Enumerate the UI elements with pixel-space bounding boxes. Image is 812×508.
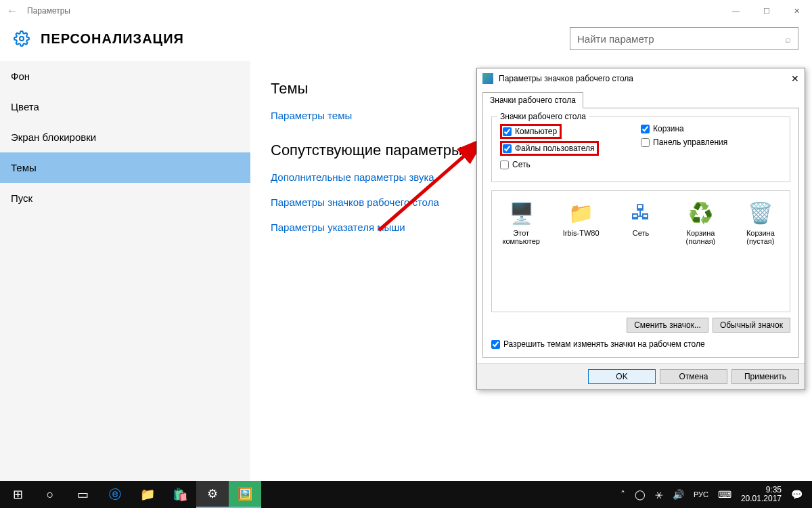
tab-desktop-icons[interactable]: Значки рабочего стола xyxy=(482,92,583,108)
fieldset-legend: Значки рабочего стола xyxy=(497,112,589,121)
explorer-icon[interactable]: 📁 xyxy=(131,481,164,508)
apply-button[interactable]: Применить xyxy=(731,369,799,384)
tray-language-icon[interactable]: РУС xyxy=(694,490,708,499)
checkbox-recycle[interactable]: Корзина xyxy=(641,124,782,133)
fieldset-icons: Значки рабочего стола Компьютер Файлы по… xyxy=(491,117,790,182)
preview-network[interactable]: 🖧Сеть xyxy=(617,199,664,237)
search-icon[interactable]: ○ xyxy=(34,481,66,508)
search-input[interactable]: Найти параметр ⌕ xyxy=(570,27,798,50)
checkbox-computer[interactable]: Компьютер xyxy=(503,127,557,136)
back-icon[interactable]: ← xyxy=(7,5,18,17)
system-tray: ˄ ◯ ⚹ 🔊 РУС ⌨ 9:3520.01.2017 💬 xyxy=(621,486,811,503)
svg-point-0 xyxy=(20,37,24,41)
icon-preview-box: 🖥️Этот компьютер 📁Irbis-TW80 🖧Сеть ♻️Кор… xyxy=(491,190,790,312)
highlight-userfiles: Файлы пользователя xyxy=(500,141,599,156)
tray-location-icon[interactable]: ◯ xyxy=(635,489,646,500)
tray-chevron-icon[interactable]: ˄ xyxy=(621,489,625,500)
dialog-titlebar: Параметры значков рабочего стола ✕ xyxy=(477,68,805,89)
sidebar-item-colors[interactable]: Цвета xyxy=(0,91,250,122)
page-title: ПЕРСОНАЛИЗАЦИЯ xyxy=(41,31,184,47)
header-row: ПЕРСОНАЛИЗАЦИЯ Найти параметр ⌕ xyxy=(0,22,812,61)
personalize-taskbar-icon[interactable]: 🖼️ xyxy=(229,481,261,508)
gear-icon xyxy=(14,30,30,47)
search-icon: ⌕ xyxy=(785,33,791,45)
dialog-title: Параметры значков рабочего стола xyxy=(499,74,633,83)
ok-button[interactable]: OK xyxy=(588,369,656,384)
preview-this-pc[interactable]: 🖥️Этот компьютер xyxy=(497,199,545,245)
maximize-button[interactable]: ☐ xyxy=(751,0,782,22)
preview-recycle-empty[interactable]: 🗑️Корзина (пустая) xyxy=(737,199,784,245)
default-icon-button[interactable]: Обычный значок xyxy=(713,318,790,333)
highlight-computer: Компьютер xyxy=(500,124,562,139)
close-button[interactable]: ✕ xyxy=(782,0,812,22)
start-button[interactable]: ⊞ xyxy=(1,481,34,508)
search-placeholder: Найти параметр xyxy=(577,33,654,45)
store-icon[interactable]: 🛍️ xyxy=(164,481,196,508)
preview-user[interactable]: 📁Irbis-TW80 xyxy=(557,199,604,237)
sidebar-item-start[interactable]: Пуск xyxy=(0,183,250,213)
tray-notifications-icon[interactable]: 💬 xyxy=(791,489,803,500)
tray-volume-icon[interactable]: 🔊 xyxy=(673,489,684,500)
sidebar-item-lockscreen[interactable]: Экран блокировки xyxy=(0,122,250,152)
dialog-close-icon[interactable]: ✕ xyxy=(791,73,799,84)
desktop-icon-dialog: Параметры значков рабочего стола ✕ Значк… xyxy=(476,68,805,390)
edge-icon[interactable]: ⓔ xyxy=(99,481,131,508)
dialog-footer: OK Отмена Применить xyxy=(477,363,805,389)
settings-taskbar-icon[interactable]: ⚙ xyxy=(196,481,229,508)
preview-recycle-full[interactable]: ♻️Корзина (полная) xyxy=(677,199,724,245)
tray-clock[interactable]: 9:3520.01.2017 xyxy=(741,486,782,503)
tray-keyboard-icon[interactable]: ⌨ xyxy=(718,489,731,500)
window-controls: — ☐ ✕ xyxy=(721,0,812,22)
sidebar-item-themes[interactable]: Темы xyxy=(0,152,250,183)
checkbox-allow-themes[interactable]: Разрешить темам изменять значки на рабоч… xyxy=(491,339,790,349)
minimize-button[interactable]: — xyxy=(721,0,751,22)
dialog-icon xyxy=(482,73,493,84)
checkbox-userfiles[interactable]: Файлы пользователя xyxy=(503,144,594,153)
checkbox-network[interactable]: Сеть xyxy=(500,160,641,169)
dialog-tabs: Значки рабочего стола xyxy=(477,89,805,108)
taskbar: ⊞ ○ ▭ ⓔ 📁 🛍️ ⚙ 🖼️ ˄ ◯ ⚹ 🔊 РУС ⌨ 9:3520.0… xyxy=(0,481,812,508)
checkbox-controlpanel[interactable]: Панель управления xyxy=(641,137,782,147)
change-icon-button[interactable]: Сменить значок... xyxy=(627,318,708,333)
cancel-button[interactable]: Отмена xyxy=(660,369,727,384)
taskview-icon[interactable]: ▭ xyxy=(66,481,99,508)
sidebar-item-background[interactable]: Фон xyxy=(0,61,250,91)
title-bar: ← Параметры xyxy=(0,0,812,22)
window-title: Параметры xyxy=(27,6,70,16)
tray-wifi-icon[interactable]: ⚹ xyxy=(655,489,663,501)
sidebar: Фон Цвета Экран блокировки Темы Пуск xyxy=(0,61,250,481)
